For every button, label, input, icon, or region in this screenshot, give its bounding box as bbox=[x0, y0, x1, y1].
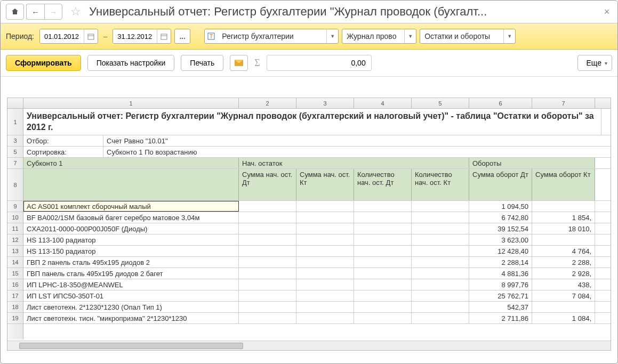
cell-name[interactable]: Лист светотехн. 2*1230*1230 (Опал Тип 1) bbox=[23, 302, 239, 312]
calendar-icon[interactable] bbox=[157, 29, 171, 43]
cell-name[interactable]: AC AS001 комплект сборочный малый bbox=[23, 201, 239, 212]
cell-oborot-dt[interactable]: 39 152,54 bbox=[469, 223, 532, 234]
favorite-icon[interactable]: ☆ bbox=[68, 4, 84, 20]
cell-oborot-kt[interactable] bbox=[532, 201, 595, 212]
generate-button[interactable]: Сформировать bbox=[6, 55, 81, 71]
col-header[interactable]: 2 bbox=[239, 98, 296, 108]
row-header[interactable]: 5 bbox=[7, 147, 23, 158]
cell-name[interactable]: CXA2011-0000-000P00J050F (Диоды) bbox=[23, 223, 239, 234]
date-from-field[interactable] bbox=[39, 29, 98, 44]
cell-oborot-dt[interactable]: 6 742,80 bbox=[469, 212, 532, 223]
journal-select[interactable]: Журнал прово ▼ bbox=[342, 29, 416, 44]
print-button[interactable]: Печать bbox=[181, 55, 223, 71]
row-header[interactable]: 9 bbox=[7, 201, 23, 212]
col-header[interactable]: 1 bbox=[23, 98, 239, 108]
cell-name[interactable]: ИП LPHC-18-350@MEANWEL bbox=[23, 279, 239, 290]
back-button[interactable]: ← bbox=[26, 4, 44, 20]
cell-oborot-dt[interactable]: 25 762,71 bbox=[469, 290, 532, 301]
col-header[interactable]: 7 bbox=[532, 98, 595, 108]
table-row[interactable]: ГВП 2 панель сталь 495х195 диодов 2 2 28… bbox=[23, 257, 611, 268]
col-header[interactable]: 4 bbox=[354, 98, 412, 108]
chevron-down-icon[interactable]: ▼ bbox=[326, 29, 338, 43]
table-row[interactable]: HS 113-100 радиатор 3 623,00 bbox=[23, 234, 611, 246]
cell-oborot-dt[interactable]: 2 288,14 bbox=[469, 257, 532, 268]
forward-button[interactable]: → bbox=[44, 4, 62, 20]
cell-name[interactable]: BF BA002/1SM базовый багет серебро матов… bbox=[23, 212, 239, 223]
row-header[interactable]: 18 bbox=[7, 302, 23, 313]
cell-oborot-kt[interactable]: 2 928, bbox=[532, 268, 595, 279]
col-header[interactable]: 5 bbox=[412, 98, 469, 108]
chevron-down-icon[interactable]: ▼ bbox=[404, 29, 416, 43]
table-row[interactable]: AC AS001 комплект сборочный малый 1 094,… bbox=[23, 201, 611, 212]
table-select[interactable]: Остатки и обороты ▼ bbox=[420, 29, 516, 44]
row-header[interactable]: 17 bbox=[7, 290, 23, 302]
row-header[interactable]: 13 bbox=[7, 246, 23, 257]
row-header[interactable]: 12 bbox=[7, 234, 23, 246]
cell-name[interactable]: ИП LST ИПС50-350T-01 bbox=[23, 290, 239, 301]
cell-oborot-kt[interactable]: 2 288, bbox=[532, 257, 595, 268]
arrow-left-icon: ← bbox=[31, 7, 39, 17]
cell-name[interactable]: HS 113-100 радиатор bbox=[23, 234, 239, 245]
cell-name[interactable]: HS 113-150 радиатор bbox=[23, 246, 239, 256]
cell-oborot-kt[interactable]: 1 854, bbox=[532, 212, 595, 223]
chevron-down-icon[interactable]: ▼ bbox=[503, 29, 515, 43]
home-icon bbox=[11, 7, 19, 16]
sort-label: Сортировка: bbox=[23, 147, 103, 157]
more-button[interactable]: Еще bbox=[577, 55, 613, 71]
cell-name[interactable]: ГВП 2 панель сталь 495х195 диодов 2 bbox=[23, 257, 239, 268]
cell-oborot-kt[interactable]: 7 084, bbox=[532, 290, 595, 301]
cell-oborot-dt[interactable]: 4 881,36 bbox=[469, 268, 532, 279]
cell-oborot-dt[interactable]: 3 623,00 bbox=[469, 234, 532, 245]
row-header[interactable]: 7 bbox=[7, 158, 23, 169]
email-button[interactable] bbox=[230, 55, 248, 71]
table-row[interactable]: ГВП панель сталь 495х195 диодов 2 багет … bbox=[23, 268, 611, 279]
spreadsheet[interactable]: 1 2 3 4 5 6 7 1 3 5 7 8 9 10 11 12 13 14… bbox=[7, 98, 611, 351]
cell-oborot-kt[interactable]: 1 084, bbox=[532, 313, 595, 323]
date-from-input[interactable] bbox=[40, 29, 84, 43]
row-header[interactable]: 15 bbox=[7, 268, 23, 279]
cell-oborot-dt[interactable]: 542,37 bbox=[469, 302, 532, 312]
table-row[interactable]: ИП LST ИПС50-350T-01 25 762,71 7 084, bbox=[23, 290, 611, 302]
cell-oborot-kt[interactable] bbox=[532, 234, 595, 245]
register-select[interactable]: T Регистр бухгалтерии ▼ bbox=[204, 29, 339, 44]
cell-oborot-kt[interactable] bbox=[532, 302, 595, 312]
row-header[interactable]: 3 bbox=[7, 135, 23, 147]
cell-oborot-dt[interactable]: 2 711,86 bbox=[469, 313, 532, 323]
row-header[interactable]: 1 bbox=[7, 109, 23, 135]
cell-oborot-dt[interactable]: 8 997,76 bbox=[469, 279, 532, 290]
hdr-qty-nd: Количество нач. ост. Дт bbox=[354, 169, 412, 200]
cell-oborot-dt[interactable]: 1 094,50 bbox=[469, 201, 532, 212]
sum-input[interactable] bbox=[267, 55, 372, 71]
arrow-right-icon: → bbox=[50, 7, 58, 17]
cell-oborot-kt[interactable]: 4 764, bbox=[532, 246, 595, 256]
cell-name[interactable]: ГВП панель сталь 495х195 диодов 2 багет bbox=[23, 268, 239, 279]
date-to-input[interactable] bbox=[113, 29, 157, 43]
home-button[interactable] bbox=[6, 4, 24, 20]
horizontal-scrollbar[interactable] bbox=[7, 341, 611, 350]
row-header[interactable]: 14 bbox=[7, 257, 23, 268]
row-header[interactable]: 8 bbox=[7, 169, 23, 201]
cell-oborot-kt[interactable]: 438, bbox=[532, 279, 595, 290]
period-picker-button[interactable]: ... bbox=[174, 29, 190, 44]
sigma-icon[interactable]: Σ bbox=[254, 58, 260, 69]
date-to-field[interactable] bbox=[113, 29, 171, 44]
show-settings-button[interactable]: Показать настройки bbox=[87, 55, 175, 71]
col-header[interactable]: 3 bbox=[296, 98, 354, 108]
table-row[interactable]: BF BA002/1SM базовый багет серебро матов… bbox=[23, 212, 611, 223]
calendar-icon[interactable] bbox=[84, 29, 98, 43]
row-header[interactable]: 16 bbox=[7, 279, 23, 290]
row-header[interactable]: 19 bbox=[7, 313, 23, 324]
row-header[interactable]: 10 bbox=[7, 212, 23, 223]
table-row[interactable]: HS 113-150 радиатор 12 428,40 4 764, bbox=[23, 246, 611, 257]
cell-name[interactable]: Лист светотехн. тисн. "микропризма" 2*12… bbox=[23, 313, 239, 323]
table-row[interactable]: ИП LPHC-18-350@MEANWEL 8 997,76 438, bbox=[23, 279, 611, 290]
table-row[interactable]: Лист светотехн. 2*1230*1230 (Опал Тип 1)… bbox=[23, 302, 611, 313]
close-button[interactable]: × bbox=[601, 6, 612, 17]
col-header[interactable]: 6 bbox=[469, 98, 532, 108]
cell-oborot-dt[interactable]: 12 428,40 bbox=[469, 246, 532, 256]
row-header[interactable]: 11 bbox=[7, 223, 23, 234]
cell-oborot-kt[interactable]: 18 010, bbox=[532, 223, 595, 234]
scrollbar-thumb[interactable] bbox=[19, 343, 243, 349]
table-row[interactable]: Лист светотехн. тисн. "микропризма" 2*12… bbox=[23, 313, 611, 324]
table-row[interactable]: CXA2011-0000-000P00J050F (Диоды) 39 152,… bbox=[23, 223, 611, 234]
